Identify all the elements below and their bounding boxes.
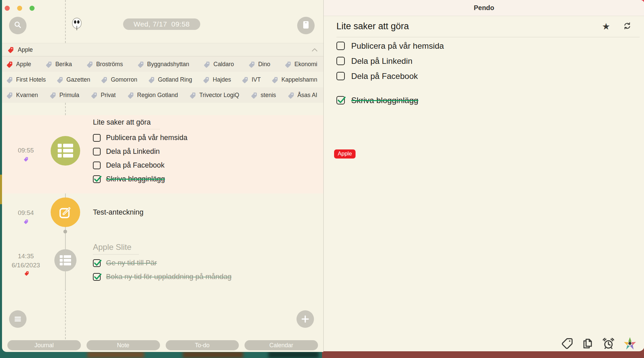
entry-time: 09:54 [5, 209, 47, 217]
tag-label: Hajdes [213, 76, 231, 83]
note-toolbar [561, 337, 637, 351]
todo-item: Dela på Facebook [93, 159, 187, 172]
tag-label: Caldaro [213, 61, 234, 68]
note-tag-chip[interactable]: Apple [334, 149, 356, 159]
todo-item-label: Publicera på vår hemsida [351, 41, 444, 51]
note-detail-pane: Pendo Lite saker att göra ★ Publicera på… [323, 0, 644, 351]
spacer [336, 84, 444, 93]
add-entry-button[interactable] [297, 310, 314, 328]
tag-item[interactable]: IVT [241, 76, 261, 83]
checkbox-unchecked[interactable] [93, 148, 101, 155]
tag-item[interactable]: Ekonomi [284, 61, 317, 68]
chevron-up-icon[interactable] [311, 48, 318, 52]
checkbox-checked[interactable] [93, 273, 101, 281]
tag-item[interactable]: Primula [49, 92, 79, 99]
checkbox-checked[interactable] [336, 96, 345, 104]
tag-row: First Hotels Gazetten Gomorron Gotland R… [2, 72, 323, 87]
todo-item: Skriva blogginlägg [93, 172, 187, 186]
checkbox-unchecked[interactable] [336, 57, 345, 65]
todo-item: Publicera på vår hemsida [93, 131, 187, 145]
eyes-avatar-icon [70, 17, 83, 32]
tag-item[interactable]: Kappelshamn [271, 76, 317, 83]
todo-item-label: Dela på Linkedin [106, 147, 160, 156]
todo-entry-icon[interactable] [51, 136, 80, 166]
todo-card-title: Apple Slite [93, 242, 139, 255]
tag-item[interactable]: Apple [6, 61, 31, 68]
search-button[interactable] [9, 17, 26, 34]
tag-label: Kappelshamn [281, 76, 317, 83]
sync-icon[interactable] [623, 21, 632, 32]
tag-item[interactable]: Gotland Ring [148, 76, 192, 83]
tag-item[interactable]: stenis [251, 92, 276, 99]
checkbox-unchecked[interactable] [93, 162, 101, 169]
tag-item[interactable]: Caldaro [203, 61, 234, 68]
tag-item[interactable]: Byggnadshyttan [137, 61, 190, 68]
menu-button[interactable] [9, 310, 26, 328]
checkbox-unchecked[interactable] [93, 134, 101, 142]
tag-item[interactable]: Privat [91, 92, 116, 99]
plus-icon [301, 315, 309, 323]
close-button[interactable] [5, 6, 10, 11]
note-title[interactable]: Lite saker att göra [336, 21, 602, 32]
tab-journal[interactable]: Journal [7, 340, 81, 350]
timeline-axis-dashed-top [65, 0, 66, 43]
tag-item[interactable]: Region Gotland [127, 92, 178, 99]
tab-note[interactable]: Note [87, 340, 160, 350]
screen: Wed, 7/17 09:58 Apple Apple Berika Brost… [0, 0, 644, 358]
tag-filter-header[interactable]: Apple [2, 43, 323, 56]
purple-tag-icon [23, 219, 29, 225]
tag-item[interactable]: Åsas AI [287, 92, 317, 99]
tag-item[interactable]: First Hotels [6, 76, 46, 83]
todo-item-label: Publicera på vår hemsida [106, 134, 187, 142]
todo-card[interactable]: Lite saker att göra Publicera på vår hem… [93, 118, 187, 186]
window-titlebar: Pendo [324, 0, 644, 16]
minimize-button[interactable] [17, 6, 22, 11]
tag-item[interactable]: Berika [45, 61, 72, 68]
checkbox-checked[interactable] [93, 175, 101, 183]
tag-item[interactable]: Kvarnen [6, 92, 38, 99]
tag-row: Kvarnen Primula Privat Region Gotland Tr… [2, 87, 323, 103]
todo-item: Dela på Facebook [336, 69, 444, 84]
duplicate-icon[interactable] [581, 337, 594, 350]
timeline-axis-dashed [65, 103, 66, 115]
hamburger-icon [14, 316, 21, 322]
note-card-title[interactable]: Test-anteckning [93, 208, 144, 217]
favorite-star-icon[interactable]: ★ [602, 21, 610, 32]
tag-item[interactable]: Hajdes [203, 76, 231, 83]
desktop-wallpaper-blob [268, 351, 319, 358]
divider [336, 37, 640, 37]
tab-todo[interactable]: To-do [166, 340, 239, 350]
todo-item-label: Skriva blogginlägg [106, 175, 165, 183]
timeline-dot [63, 230, 67, 233]
zoom-button[interactable] [30, 6, 35, 11]
tag-item[interactable]: Dino [248, 61, 270, 68]
tag-item[interactable]: Broströms [86, 61, 123, 68]
tab-calendar[interactable]: Calendar [245, 340, 318, 350]
tag-item[interactable]: Trivector LogiQ [189, 92, 239, 99]
todo-entry-icon[interactable] [54, 249, 76, 271]
purple-tag-icon [23, 156, 29, 163]
todo-card[interactable]: Apple Slite Ge ny tid till Pär Boka ny t… [93, 242, 231, 284]
tag-item[interactable]: Gazetten [56, 76, 90, 83]
checkbox-unchecked[interactable] [336, 42, 345, 50]
checkbox-unchecked[interactable] [336, 72, 345, 80]
colorful-star-icon[interactable] [623, 337, 637, 351]
tag-item[interactable]: Gomorron [101, 76, 137, 83]
todo-card-title: Lite saker att göra [93, 118, 160, 129]
date-time-pill[interactable]: Wed, 7/17 09:58 [123, 18, 200, 30]
tag-label: Gomorron [111, 76, 137, 83]
timeline-pane: Wed, 7/17 09:58 Apple Apple Berika Brost… [2, 0, 323, 352]
desktop-wallpaper-blob [183, 351, 243, 358]
alarm-clock-icon[interactable] [602, 337, 615, 350]
tag-label: IVT [252, 76, 261, 83]
tag-label: First Hotels [16, 76, 46, 83]
tag-filter-button[interactable] [297, 17, 315, 34]
tag-label: Gazetten [66, 76, 90, 83]
tag-outline-icon[interactable] [561, 337, 574, 350]
avatar[interactable] [70, 17, 83, 33]
note-entry-icon[interactable] [51, 197, 80, 227]
todo-item-label: Dela på Linkedin [351, 56, 413, 66]
tag-label: Gotland Ring [158, 76, 192, 83]
todo-item-label: Dela på Facebook [351, 72, 418, 81]
checkbox-checked[interactable] [93, 259, 101, 267]
